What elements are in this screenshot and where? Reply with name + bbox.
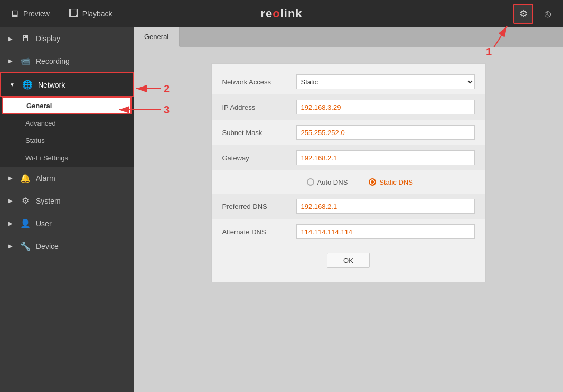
subnet-mask-label: Subnet Mask bbox=[222, 129, 296, 137]
sidebar-sub-wifi[interactable]: Wi-Fi Settings bbox=[0, 149, 134, 167]
form-row-alternate-dns: Alternate DNS bbox=[212, 219, 485, 244]
auto-dns-label: Auto DNS bbox=[317, 178, 348, 186]
logout-icon: ⎋ bbox=[545, 8, 551, 20]
gateway-input[interactable] bbox=[296, 150, 475, 165]
form-row-subnet-mask: Subnet Mask bbox=[212, 120, 485, 145]
sidebar-item-user[interactable]: ▶ 👤 User bbox=[0, 212, 134, 235]
content-area: General Network Access Static DHCP PPPoE… bbox=[134, 27, 563, 392]
form-row-ip-address: IP Address bbox=[212, 94, 485, 120]
playback-icon: 🎞 bbox=[69, 8, 78, 20]
chevron-right-icon-system: ▶ bbox=[8, 198, 13, 204]
sidebar-sub-general[interactable]: General bbox=[2, 97, 132, 114]
sidebar-item-recording[interactable]: ▶ 📹 Recording bbox=[0, 50, 134, 72]
sidebar-system-label: System bbox=[36, 197, 61, 205]
sidebar-item-alarm[interactable]: ▶ 🔔 Alarm bbox=[0, 167, 134, 189]
gear-icon: ⚙ bbox=[519, 8, 528, 20]
sidebar-item-network[interactable]: ▼ 🌐 Network bbox=[0, 72, 134, 97]
chevron-right-icon-recording: ▶ bbox=[8, 58, 13, 64]
chevron-down-icon-network: ▼ bbox=[10, 82, 15, 88]
preferred-dns-label: Preferred DNS bbox=[222, 203, 296, 211]
network-access-select[interactable]: Static DHCP PPPoE bbox=[296, 74, 475, 89]
alternate-dns-label: Alternate DNS bbox=[222, 228, 296, 236]
sidebar-network-sub: General Advanced Status Wi-Fi Settings bbox=[0, 97, 134, 167]
chevron-right-icon-device: ▶ bbox=[8, 243, 13, 249]
static-dns-label: Static DNS bbox=[379, 178, 413, 186]
user-icon: 👤 bbox=[20, 218, 31, 228]
chevron-right-icon-alarm: ▶ bbox=[8, 175, 13, 181]
form-row-dns-type: Auto DNS Static DNS bbox=[212, 170, 485, 194]
sidebar-network-label: Network bbox=[38, 81, 65, 89]
topbar-nav: 🖥 Preview 🎞 Playback bbox=[5, 5, 117, 23]
chevron-right-icon-user: ▶ bbox=[8, 221, 13, 226]
alternate-dns-input[interactable] bbox=[296, 224, 475, 239]
ip-address-label: IP Address bbox=[222, 103, 296, 111]
sidebar-user-label: User bbox=[36, 219, 52, 228]
sidebar-device-label: Device bbox=[36, 242, 59, 251]
sidebar-alarm-label: Alarm bbox=[36, 174, 55, 183]
preview-icon: 🖥 bbox=[10, 8, 19, 20]
sidebar: ▶ 🖥 Display ▶ 📹 Recording ▼ 🌐 Network Ge… bbox=[0, 27, 134, 392]
network-icon: 🌐 bbox=[22, 80, 33, 90]
logout-button[interactable]: ⎋ bbox=[538, 4, 558, 24]
form-row-network-access: Network Access Static DHCP PPPoE bbox=[212, 69, 485, 94]
playback-nav-item[interactable]: 🎞 Playback bbox=[64, 5, 117, 23]
preview-nav-item[interactable]: 🖥 Preview bbox=[5, 5, 54, 23]
preview-label: Preview bbox=[23, 9, 50, 18]
sidebar-recording-label: Recording bbox=[36, 57, 70, 65]
alarm-icon: 🔔 bbox=[20, 173, 31, 183]
topbar: 🖥 Preview 🎞 Playback reolink ⚙ ⎋ bbox=[0, 0, 563, 27]
sidebar-display-label: Display bbox=[36, 34, 60, 43]
static-dns-radio[interactable] bbox=[369, 178, 376, 186]
form-card: Network Access Static DHCP PPPoE IP Addr… bbox=[211, 63, 486, 282]
device-icon: 🔧 bbox=[20, 241, 31, 251]
auto-dns-option[interactable]: Auto DNS bbox=[307, 178, 348, 186]
playback-label: Playback bbox=[82, 9, 112, 18]
chevron-right-icon: ▶ bbox=[8, 36, 13, 42]
settings-button[interactable]: ⚙ bbox=[513, 4, 533, 24]
main-layout: ▶ 🖥 Display ▶ 📹 Recording ▼ 🌐 Network Ge… bbox=[0, 27, 563, 392]
display-icon: 🖥 bbox=[20, 34, 31, 43]
static-dns-option[interactable]: Static DNS bbox=[369, 178, 413, 186]
auto-dns-radio[interactable] bbox=[307, 178, 314, 186]
sidebar-sub-status[interactable]: Status bbox=[0, 132, 134, 149]
preferred-dns-input[interactable] bbox=[296, 199, 475, 214]
form-wrapper: Network Access Static DHCP PPPoE IP Addr… bbox=[134, 47, 563, 392]
ip-address-input[interactable] bbox=[296, 100, 475, 114]
sidebar-item-display[interactable]: ▶ 🖥 Display bbox=[0, 27, 134, 50]
network-access-label: Network Access bbox=[222, 78, 296, 86]
system-icon: ⚙ bbox=[20, 196, 31, 206]
ok-button[interactable]: OK bbox=[327, 253, 370, 268]
ok-row: OK bbox=[212, 244, 485, 276]
topbar-right: ⚙ ⎋ bbox=[513, 4, 558, 24]
recording-icon: 📹 bbox=[20, 56, 31, 66]
form-row-gateway: Gateway bbox=[212, 145, 485, 170]
tab-general[interactable]: General bbox=[134, 27, 180, 47]
sidebar-sub-advanced[interactable]: Advanced bbox=[0, 114, 134, 132]
sidebar-item-system[interactable]: ▶ ⚙ System bbox=[0, 189, 134, 212]
gateway-label: Gateway bbox=[222, 154, 296, 162]
tabs-bar: General bbox=[134, 27, 563, 47]
logo: reolink bbox=[260, 7, 302, 21]
subnet-mask-input[interactable] bbox=[296, 125, 475, 140]
form-row-preferred-dns: Preferred DNS bbox=[212, 194, 485, 219]
sidebar-item-device[interactable]: ▶ 🔧 Device bbox=[0, 235, 134, 257]
